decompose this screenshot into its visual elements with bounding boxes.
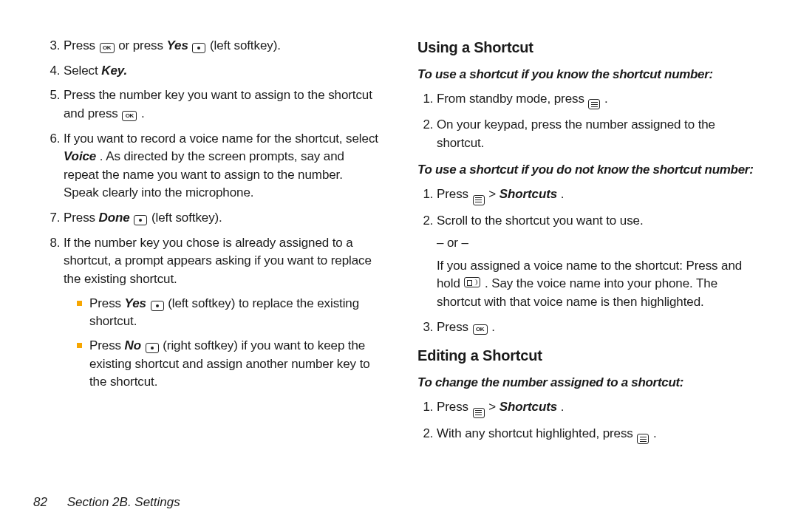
text: Press xyxy=(437,320,472,334)
text: . xyxy=(491,320,495,334)
sub-text: Press Yes (left softkey) to replace the … xyxy=(89,295,381,331)
softkey-dot-icon xyxy=(151,301,164,311)
softkey-dot-icon xyxy=(134,215,147,225)
unknown-step-1: Press > Shortcuts . xyxy=(437,185,754,205)
step-8: If the number key you chose is already a… xyxy=(64,234,381,392)
text: Press xyxy=(437,400,472,414)
gt: > xyxy=(488,187,499,201)
step-4: Select Key. xyxy=(64,62,381,81)
ok-key-icon: OK xyxy=(122,111,137,121)
steps-unknown: Press > Shortcuts . Scroll to the shortc… xyxy=(417,185,754,336)
steps-edit: Press > Shortcuts . With any shortcut hi… xyxy=(417,398,754,444)
text: Scroll to the shortcut you want to use. xyxy=(437,214,644,228)
gt: > xyxy=(488,400,499,414)
sub-text: Press No (right softkey) if you want to … xyxy=(89,337,381,392)
menu-key-icon xyxy=(637,434,649,444)
yes-label: Yes xyxy=(166,38,188,52)
edit-step-2: With any shortcut highlighted, press . xyxy=(437,425,754,445)
menu-key-icon xyxy=(473,195,485,205)
edit-step-1: Press > Shortcuts . xyxy=(437,398,754,418)
text: From standby mode, press xyxy=(437,92,587,106)
menu-key-icon xyxy=(473,408,485,418)
text: . xyxy=(604,92,608,106)
text: (left softkey). xyxy=(151,211,222,225)
text: Select xyxy=(64,64,101,78)
yes-label: Yes xyxy=(125,296,146,310)
step-3: Press OK or press Yes (left softkey). xyxy=(64,37,381,55)
text: Press xyxy=(64,211,99,225)
steps-list-continued: Press OK or press Yes (left softkey). Se… xyxy=(44,37,381,392)
or-divider: – or – xyxy=(437,234,754,253)
heading-editing-shortcut: Editing a Shortcut xyxy=(417,345,754,366)
section-title: Section 2B. Settings xyxy=(67,495,180,509)
text: . xyxy=(653,426,657,440)
step-5: Press the number key you want to assign … xyxy=(64,86,381,123)
text: If the number key you chose is already a… xyxy=(64,236,372,286)
softkey-dot-icon xyxy=(146,343,159,353)
square-bullet-icon xyxy=(77,301,82,306)
page-footer: 82 Section 2B. Settings xyxy=(33,495,180,510)
text: (left softkey). xyxy=(210,38,281,52)
key-label: Key. xyxy=(101,64,127,78)
text: Press xyxy=(64,38,99,52)
known-step-1: From standby mode, press . xyxy=(437,90,754,110)
done-label: Done xyxy=(99,211,130,225)
voice-label: Voice xyxy=(64,149,96,163)
softkey-dot-icon xyxy=(192,43,205,53)
menu-key-icon xyxy=(588,99,600,109)
text: Press the number key you want to assign … xyxy=(64,88,372,120)
ok-key-icon: OK xyxy=(473,324,488,335)
shortcuts-label: Shortcuts xyxy=(499,400,557,414)
two-column-layout: Press OK or press Yes (left softkey). Se… xyxy=(44,37,754,480)
ok-key-icon: OK xyxy=(100,43,115,53)
steps-known: From standby mode, press . On your keypa… xyxy=(417,90,754,153)
text: . As directed by the screen prompts, say… xyxy=(64,149,344,200)
page-number: 82 xyxy=(33,495,47,509)
sub-bullet-no: Press No (right softkey) if you want to … xyxy=(77,337,381,392)
manual-page: Press OK or press Yes (left softkey). Se… xyxy=(0,0,798,532)
left-column: Press OK or press Yes (left softkey). Se… xyxy=(44,37,381,480)
heading-using-shortcut: Using a Shortcut xyxy=(417,37,754,58)
text: Press xyxy=(89,338,125,352)
text: . xyxy=(141,106,145,120)
known-step-2: On your keypad, press the number assigne… xyxy=(437,116,754,152)
text: With any shortcut highlighted, press xyxy=(437,426,636,440)
unknown-step-3: Press OK . xyxy=(437,318,754,337)
text: Press xyxy=(89,296,125,310)
unknown-step-2: Scroll to the shortcut you want to use. … xyxy=(437,212,754,312)
text: . xyxy=(561,187,565,201)
shortcuts-label: Shortcuts xyxy=(499,187,557,201)
sub-bullets: Press Yes (left softkey) to replace the … xyxy=(64,295,381,392)
text: If you want to record a voice name for t… xyxy=(64,132,378,146)
subhead-unknown-number: To use a shortcut if you do not know the… xyxy=(417,161,754,180)
text: Press xyxy=(437,187,472,201)
step-6: If you want to record a voice name for t… xyxy=(64,130,381,203)
subhead-change-number: To change the number assigned to a short… xyxy=(417,374,754,392)
subhead-known-number: To use a shortcut if you know the shortc… xyxy=(417,66,754,84)
no-label: No xyxy=(125,338,141,352)
text: or press xyxy=(118,38,166,52)
square-bullet-icon xyxy=(77,343,82,348)
step-7: Press Done (left softkey). xyxy=(64,209,381,228)
right-column: Using a Shortcut To use a shortcut if yo… xyxy=(417,37,754,480)
text: . xyxy=(561,400,565,414)
speaker-key-icon xyxy=(464,277,480,287)
sub-bullet-yes: Press Yes (left softkey) to replace the … xyxy=(77,295,381,331)
